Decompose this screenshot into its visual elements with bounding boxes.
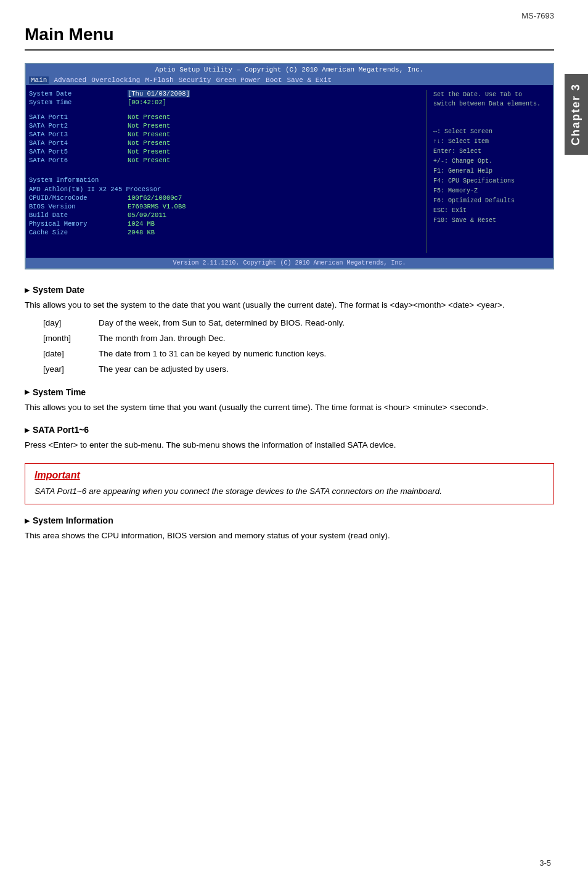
bios-system-time-value: [00:42:02] — [128, 99, 166, 106]
bios-cpuid-value: 100f62/10000c7 — [128, 194, 182, 202]
bios-sata6-label: SATA Port6 — [29, 157, 128, 164]
bios-biosver-row: BIOS Version E7693RMS V1.0B8 — [29, 203, 420, 210]
bios-builddate-value: 05/09/2011 — [128, 212, 166, 219]
bios-sata2-value: Not Present — [128, 122, 170, 129]
section-text-sata-port: Press <Enter> to enter the sub-menu. The… — [25, 438, 554, 452]
param-val-year: The year can be adjusted by users. — [99, 363, 554, 376]
bios-sata4-label: SATA Port4 — [29, 139, 128, 147]
bios-sata2-label: SATA Port2 — [29, 122, 128, 129]
page-title: Main Menu — [25, 25, 554, 51]
bios-right-panel: Set the Date. Use Tab toswitch between D… — [427, 90, 550, 253]
param-val-day: Day of the week, from Sun to Sat, determ… — [99, 317, 554, 329]
important-title: Important — [35, 470, 544, 481]
bios-sata4-value: Not Present — [128, 139, 170, 147]
bios-cache-row: Cache Size 2048 KB — [29, 229, 420, 236]
bios-nav-bar: Main Advanced Overclocking M-Flash Secur… — [26, 75, 553, 85]
bios-nav-boot[interactable]: Boot — [266, 76, 282, 84]
bios-sata2-row: SATA Port2 Not Present — [29, 122, 420, 129]
param-key-year: [year] — [43, 363, 99, 376]
bios-biosver-label: BIOS Version — [29, 203, 128, 210]
bios-physmem-label: Physical Memory — [29, 220, 128, 228]
bios-sata3-value: Not Present — [128, 131, 170, 138]
bios-system-date-row: System Date [Thu 01/03/2008] — [29, 90, 420, 97]
bios-nav-advanced[interactable]: Advanced — [54, 76, 86, 84]
bios-system-time-label: System Time — [29, 99, 128, 106]
bios-left-panel: System Date [Thu 01/03/2008] System Time… — [29, 90, 427, 253]
bios-biosver-value: E7693RMS V1.0B8 — [128, 203, 186, 210]
bios-sysinfo-title: System Information — [29, 176, 420, 184]
section-heading-sata-port: SATA Port1~6 — [25, 425, 554, 435]
bios-nav-overclocking[interactable]: Overclocking — [91, 76, 140, 84]
section-text-system-time: This allows you to set the system time t… — [25, 401, 554, 414]
bios-sata1-value: Not Present — [128, 113, 170, 121]
param-row-month: [month] The month from Jan. through Dec. — [43, 332, 554, 345]
bios-nav-saveexit[interactable]: Save & Exit — [287, 76, 332, 84]
param-val-month: The month from Jan. through Dec. — [99, 332, 554, 345]
bios-body: System Date [Thu 01/03/2008] System Time… — [26, 85, 553, 258]
bios-builddate-label: Build Date — [29, 212, 128, 219]
bios-sata3-row: SATA Port3 Not Present — [29, 131, 420, 138]
bios-sata1-label: SATA Port1 — [29, 113, 128, 121]
bios-cache-label: Cache Size — [29, 229, 128, 236]
section-text-system-date: This allows you to set the system to the… — [25, 298, 554, 312]
bios-sata6-value: Not Present — [128, 157, 170, 164]
bios-title-bar: Aptio Setup Utility – Copyright (C) 2010… — [26, 64, 553, 75]
bios-nav-mflash[interactable]: M-Flash — [145, 76, 173, 84]
section-heading-system-info: System Information — [25, 515, 554, 525]
chapter-tab: Chapter 3 — [565, 74, 588, 155]
bios-keys: ↔: Select Screen ↑↓: Select Item Enter: … — [433, 127, 550, 226]
param-key-month: [month] — [43, 332, 99, 345]
bios-system-date-label: System Date — [29, 90, 128, 97]
bios-system-time-row: System Time [00:42:02] — [29, 99, 420, 106]
bios-sata5-value: Not Present — [128, 148, 170, 155]
bios-sata6-row: SATA Port6 Not Present — [29, 157, 420, 164]
bios-builddate-row: Build Date 05/09/2011 — [29, 212, 420, 219]
bios-nav-greenpower[interactable]: Green Power — [216, 76, 261, 84]
bios-footer: Version 2.11.1210. Copyright (C) 2010 Am… — [26, 258, 553, 268]
param-row-date: [date] The date from 1 to 31 can be keye… — [43, 348, 554, 360]
bios-sata3-label: SATA Port3 — [29, 131, 128, 138]
bios-sata1-row: SATA Port1 Not Present — [29, 113, 420, 121]
param-val-date: The date from 1 to 31 can be keyed by nu… — [99, 348, 554, 360]
bios-sata5-row: SATA Port5 Not Present — [29, 148, 420, 155]
bios-screenshot: Aptio Setup Utility – Copyright (C) 2010… — [25, 63, 554, 269]
param-table-system-date: [day] Day of the week, from Sun to Sat, … — [43, 317, 554, 376]
section-heading-system-time: System Time — [25, 387, 554, 397]
param-key-day: [day] — [43, 317, 99, 329]
bios-nav-main[interactable]: Main — [29, 76, 49, 84]
bios-physmem-row: Physical Memory 1024 MB — [29, 220, 420, 228]
bios-physmem-value: 1024 MB — [128, 220, 155, 228]
bios-help-text: Set the Date. Use Tab toswitch between D… — [433, 90, 550, 109]
bios-cpu-label: AMD Athlon(tm) II X2 245 Processor — [29, 186, 214, 193]
section-text-system-info: This area shows the CPU information, BIO… — [25, 529, 554, 543]
param-row-day: [day] Day of the week, from Sun to Sat, … — [43, 317, 554, 329]
param-key-date: [date] — [43, 348, 99, 360]
model-number: MS-7693 — [521, 11, 554, 20]
important-text: SATA Port1~6 are appearing when you conn… — [35, 485, 544, 498]
bios-cpu-row: AMD Athlon(tm) II X2 245 Processor — [29, 186, 420, 193]
bios-sata5-label: SATA Port5 — [29, 148, 128, 155]
bios-cpuid-row: CPUID/MicroCode 100f62/10000c7 — [29, 194, 420, 202]
section-heading-system-date: System Date — [25, 285, 554, 295]
bios-sata4-row: SATA Port4 Not Present — [29, 139, 420, 147]
bios-cpuid-label: CPUID/MicroCode — [29, 194, 128, 202]
bios-nav-security[interactable]: Security — [179, 76, 211, 84]
bios-cache-value: 2048 KB — [128, 229, 155, 236]
page-number: 3-5 — [539, 858, 551, 868]
param-row-year: [year] The year can be adjusted by users… — [43, 363, 554, 376]
bios-system-date-value: [Thu 01/03/2008] — [128, 90, 190, 97]
important-box: Important SATA Port1~6 are appearing whe… — [25, 463, 554, 505]
